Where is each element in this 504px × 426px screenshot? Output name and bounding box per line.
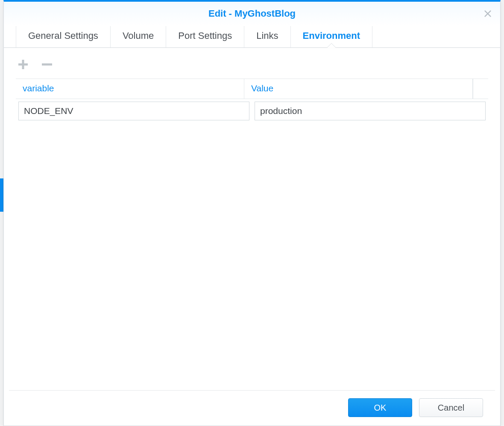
close-button[interactable] xyxy=(483,9,492,18)
dialog-title: Edit - MyGhostBlog xyxy=(208,8,296,19)
cancel-button[interactable]: Cancel xyxy=(419,398,483,417)
tab-bar: General Settings Volume Port Settings Li… xyxy=(4,26,500,48)
column-handle[interactable] xyxy=(473,79,488,99)
backdrop-accent xyxy=(0,178,3,212)
minus-icon xyxy=(41,58,53,71)
dialog-footer: OK Cancel xyxy=(9,390,495,426)
dialog-header: Edit - MyGhostBlog xyxy=(4,2,500,26)
ok-button[interactable]: OK xyxy=(348,398,412,417)
tab-port-settings[interactable]: Port Settings xyxy=(166,26,244,47)
remove-row-button[interactable] xyxy=(41,58,53,71)
value-input[interactable] xyxy=(255,102,486,120)
grid-row[interactable] xyxy=(16,99,488,124)
edit-container-dialog: Edit - MyGhostBlog General Settings Volu… xyxy=(3,0,501,426)
tab-links[interactable]: Links xyxy=(244,26,290,47)
env-grid: variable Value xyxy=(4,79,500,124)
plus-icon xyxy=(17,58,29,71)
dialog-body-fill xyxy=(4,124,500,390)
close-icon xyxy=(483,9,492,18)
variable-input[interactable] xyxy=(18,102,249,120)
env-toolbar xyxy=(4,48,500,79)
tab-general-settings[interactable]: General Settings xyxy=(16,26,110,47)
grid-header: variable Value xyxy=(16,79,488,99)
add-row-button[interactable] xyxy=(17,58,29,71)
tab-environment[interactable]: Environment xyxy=(290,26,372,47)
tab-volume[interactable]: Volume xyxy=(110,26,166,47)
column-header-variable[interactable]: variable xyxy=(16,79,244,99)
column-header-value[interactable]: Value xyxy=(244,79,473,99)
